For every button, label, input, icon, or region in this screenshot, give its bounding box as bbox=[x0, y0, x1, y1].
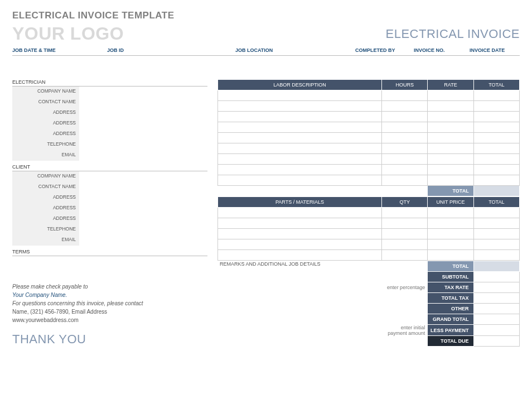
table-row[interactable] bbox=[218, 165, 520, 175]
logo-placeholder: YOUR LOGO bbox=[12, 23, 124, 44]
electrician-address2-label: ADDRESS bbox=[12, 118, 79, 129]
labor-desc-header: LABOR DESCRIPTION bbox=[218, 80, 382, 90]
client-email-input[interactable] bbox=[79, 235, 207, 246]
thank-you-text: THANK YOU bbox=[12, 332, 207, 347]
client-telephone-label: TELEPHONE bbox=[12, 224, 79, 235]
invoice-title: ELECTRICAL INVOICE bbox=[386, 27, 520, 41]
table-row[interactable] bbox=[218, 101, 520, 112]
tax-hint: enter percentage bbox=[381, 282, 427, 293]
table-row[interactable] bbox=[218, 154, 520, 165]
table-row[interactable] bbox=[218, 112, 520, 122]
total-tax-label: TOTAL TAX bbox=[428, 293, 473, 304]
check-payable-text: Please make check payable to bbox=[12, 284, 207, 290]
electrician-address3-label: ADDRESS bbox=[12, 129, 79, 140]
electrician-address3-input[interactable] bbox=[79, 129, 207, 140]
client-section-label: CLIENT bbox=[12, 164, 207, 171]
completed-by-label: COMPLETED BY bbox=[355, 47, 414, 53]
electrician-address2-input[interactable] bbox=[79, 118, 207, 129]
less-payment-value[interactable] bbox=[473, 325, 519, 336]
table-row[interactable] bbox=[218, 229, 520, 239]
client-email-label: EMAIL bbox=[12, 235, 79, 246]
subtotal-label: SUBTOTAL bbox=[428, 272, 473, 282]
web-text: www.yourwebaddress.com bbox=[12, 317, 207, 323]
other-value[interactable] bbox=[473, 304, 519, 314]
grand-total-value bbox=[473, 314, 519, 325]
table-row[interactable] bbox=[218, 122, 520, 133]
job-date-time-label: JOB DATE & TIME bbox=[12, 47, 107, 53]
job-location-label: JOB LOCATION bbox=[235, 47, 355, 53]
payment-hint: enter initial payment amount bbox=[381, 325, 427, 336]
labor-total-value bbox=[473, 186, 519, 196]
table-row[interactable] bbox=[218, 143, 520, 154]
subtotal-value bbox=[473, 272, 519, 282]
table-row[interactable] bbox=[218, 250, 520, 261]
terms-input[interactable] bbox=[12, 256, 207, 267]
invoice-no-label: INVOICE NO. bbox=[414, 47, 470, 53]
invoice-date-label: INVOICE DATE bbox=[470, 47, 520, 53]
electrician-contact-input[interactable] bbox=[79, 97, 207, 108]
parts-qty-header: QTY bbox=[382, 197, 428, 208]
table-row[interactable] bbox=[218, 90, 520, 101]
parts-table: PARTS / MATERIALS QTY UNIT PRICE TOTAL bbox=[217, 196, 520, 261]
table-row[interactable] bbox=[218, 218, 520, 229]
summary-table: REMARKS AND ADDITIONAL JOB DETAILS TOTAL… bbox=[217, 261, 520, 347]
contact-text: Name, (321) 456-7890, Email Address bbox=[12, 309, 207, 315]
client-address2-input[interactable] bbox=[79, 203, 207, 214]
questions-text: For questions concerning this invoice, p… bbox=[12, 300, 207, 306]
client-company-label: COMPANY NAME bbox=[12, 171, 79, 182]
electrician-email-input[interactable] bbox=[79, 150, 207, 161]
labor-total-header: TOTAL bbox=[473, 80, 519, 90]
electrician-contact-label: CONTACT NAME bbox=[12, 97, 79, 108]
electrician-telephone-input[interactable] bbox=[79, 140, 207, 150]
client-address1-input[interactable] bbox=[79, 193, 207, 203]
table-row[interactable] bbox=[218, 239, 520, 250]
grand-total-label: GRAND TOTAL bbox=[428, 314, 473, 325]
table-row[interactable] bbox=[218, 133, 520, 143]
parts-total-header: TOTAL bbox=[473, 197, 519, 208]
electrician-company-label: COMPANY NAME bbox=[12, 87, 79, 97]
table-row[interactable] bbox=[218, 208, 520, 218]
client-contact-label: CONTACT NAME bbox=[12, 182, 79, 193]
labor-rate-header: RATE bbox=[428, 80, 473, 90]
remarks-input[interactable] bbox=[220, 267, 379, 297]
client-contact-input[interactable] bbox=[79, 182, 207, 193]
total-tax-value bbox=[473, 293, 519, 304]
client-address1-label: ADDRESS bbox=[12, 193, 79, 203]
electrician-section-label: ELECTRICIAN bbox=[12, 79, 207, 87]
tax-rate-label: TAX RATE bbox=[428, 282, 473, 293]
labor-total-label: TOTAL bbox=[428, 186, 473, 196]
tax-rate-value[interactable] bbox=[473, 282, 519, 293]
page-title: ELECTRICAL INVOICE TEMPLATE bbox=[12, 10, 520, 21]
total-due-value bbox=[473, 336, 519, 347]
job-id-label: JOB ID bbox=[107, 47, 235, 53]
client-company-input[interactable] bbox=[79, 171, 207, 182]
electrician-company-input[interactable] bbox=[79, 87, 207, 97]
client-address3-label: ADDRESS bbox=[12, 214, 79, 224]
electrician-address1-label: ADDRESS bbox=[12, 108, 79, 118]
parts-price-header: UNIT PRICE bbox=[428, 197, 473, 208]
parts-subtotal-value bbox=[473, 261, 519, 272]
labor-hours-header: HOURS bbox=[382, 80, 428, 90]
total-due-label: TOTAL DUE bbox=[428, 336, 473, 347]
remarks-label: REMARKS AND ADDITIONAL JOB DETAILS bbox=[220, 261, 379, 267]
electrician-email-label: EMAIL bbox=[12, 150, 79, 161]
job-input-row[interactable] bbox=[12, 59, 520, 70]
job-header-row: JOB DATE & TIME JOB ID JOB LOCATION COMP… bbox=[12, 44, 520, 56]
electrician-address1-input[interactable] bbox=[79, 108, 207, 118]
client-telephone-input[interactable] bbox=[79, 224, 207, 235]
terms-section-label: TERMS bbox=[12, 249, 207, 256]
client-address2-label: ADDRESS bbox=[12, 203, 79, 214]
company-name-text: Your Company Name. bbox=[12, 292, 207, 298]
labor-table: LABOR DESCRIPTION HOURS RATE TOTAL TOTAL bbox=[217, 79, 520, 196]
parts-desc-header: PARTS / MATERIALS bbox=[218, 197, 382, 208]
client-address3-input[interactable] bbox=[79, 214, 207, 224]
parts-subtotal-label: TOTAL bbox=[428, 261, 473, 272]
other-label: OTHER bbox=[428, 304, 473, 314]
less-payment-label: LESS PAYMENT bbox=[428, 325, 473, 336]
table-row[interactable] bbox=[218, 175, 520, 186]
electrician-telephone-label: TELEPHONE bbox=[12, 140, 79, 150]
